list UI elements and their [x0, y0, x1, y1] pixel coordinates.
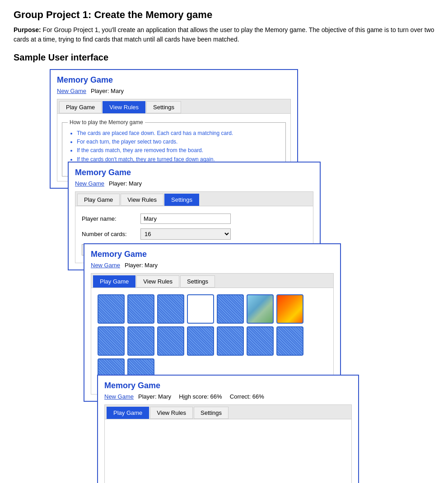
card-7-fire[interactable]: [276, 294, 303, 324]
page-title: Group Project 1: Create the Memory game: [14, 9, 434, 21]
tab-play-game-2[interactable]: Play Game: [77, 194, 120, 206]
tab-play-game-4[interactable]: Play Game: [107, 407, 149, 419]
card-10[interactable]: [157, 326, 184, 356]
player-label-2: Player: Mary: [109, 180, 142, 187]
num-cards-select[interactable]: 16 8 12 20: [140, 228, 231, 240]
card-3[interactable]: [157, 294, 184, 324]
app-title-2: Memory Game: [75, 168, 313, 177]
app-title-1: Memory Game: [57, 75, 291, 85]
tabs-4: Play Game View Rules Settings: [104, 404, 352, 419]
window-score: Memory Game New Game Player: Mary High s…: [97, 375, 359, 483]
tabs-2: Play Game View Rules Settings: [75, 191, 313, 206]
new-game-link-2[interactable]: New Game: [75, 180, 104, 187]
tabs-1: Play Game View Rules Settings: [57, 99, 291, 114]
rule-2: For each turn, the player select two car…: [77, 138, 280, 146]
card-11[interactable]: [187, 326, 214, 356]
tab-view-rules-4[interactable]: View Rules: [150, 407, 193, 419]
card-8[interactable]: [98, 326, 125, 356]
tab-view-rules-2[interactable]: View Rules: [121, 194, 163, 206]
tab-play-game-1[interactable]: Play Game: [59, 101, 102, 113]
tab-settings-4[interactable]: Settings: [194, 407, 229, 419]
app-header-2: New Game Player: Mary: [75, 180, 313, 187]
card-9[interactable]: [127, 326, 154, 356]
sample-ui-heading: Sample User interface: [14, 52, 434, 63]
num-cards-label: Number of cards:: [82, 231, 140, 237]
new-game-link-1[interactable]: New Game: [57, 88, 86, 94]
rules-legend: How to play the Memory game: [68, 119, 145, 125]
app-header-3: New Game Player: Mary: [91, 262, 334, 269]
tab-view-rules-1[interactable]: View Rules: [103, 101, 145, 113]
tab-settings-1[interactable]: Settings: [146, 101, 181, 113]
tab-settings-3[interactable]: Settings: [180, 275, 215, 288]
tab-play-game-3[interactable]: Play Game: [93, 275, 135, 288]
player-label-4: Player: Mary: [138, 393, 171, 400]
app-title-3: Memory Game: [91, 250, 334, 259]
player-name-row: Player name:: [82, 214, 307, 224]
card-2[interactable]: [127, 294, 154, 324]
card-5[interactable]: [217, 294, 244, 324]
app-header-1: New Game Player: Mary: [57, 88, 291, 94]
new-game-link-3[interactable]: New Game: [91, 262, 120, 269]
high-score-text: High score: 66%: [176, 393, 222, 400]
app-header-4: New Game Player: Mary High score: 66% Co…: [104, 393, 352, 400]
player-name-input[interactable]: [140, 214, 231, 224]
card-14[interactable]: [276, 326, 303, 356]
purpose-label: Purpose:: [14, 26, 41, 33]
app-title-4: Memory Game: [104, 381, 352, 390]
tabs-3: Play Game View Rules Settings: [91, 273, 334, 288]
tab-settings-2[interactable]: Settings: [164, 194, 199, 206]
card-1[interactable]: [98, 294, 125, 324]
player-label-3: Player: Mary: [125, 262, 158, 269]
player-name-label: Player name:: [82, 215, 140, 222]
tab-view-rules-3[interactable]: View Rules: [136, 275, 179, 288]
rule-3: If the cards match, they are removed fro…: [77, 146, 280, 155]
card-6-chair[interactable]: [247, 294, 274, 324]
purpose-body: For Group Project 1, you'll create an ap…: [14, 26, 434, 43]
player-label-1: Player: Mary: [91, 88, 124, 94]
purpose-paragraph: Purpose: For Group Project 1, you'll cre…: [14, 25, 434, 44]
new-game-link-4[interactable]: New Game: [104, 393, 134, 400]
card-12[interactable]: [217, 326, 244, 356]
card-4-empty[interactable]: [187, 294, 214, 324]
card-13[interactable]: [247, 326, 274, 356]
num-cards-row: Number of cards: 16 8 12 20: [82, 228, 307, 240]
tab-content-score: [104, 419, 352, 483]
correct-text: Correct: 66%: [227, 393, 264, 400]
rule-1: The cards are placed face down. Each car…: [77, 129, 280, 138]
windows-container: Memory Game New Game Player: Mary Play G…: [14, 69, 366, 483]
